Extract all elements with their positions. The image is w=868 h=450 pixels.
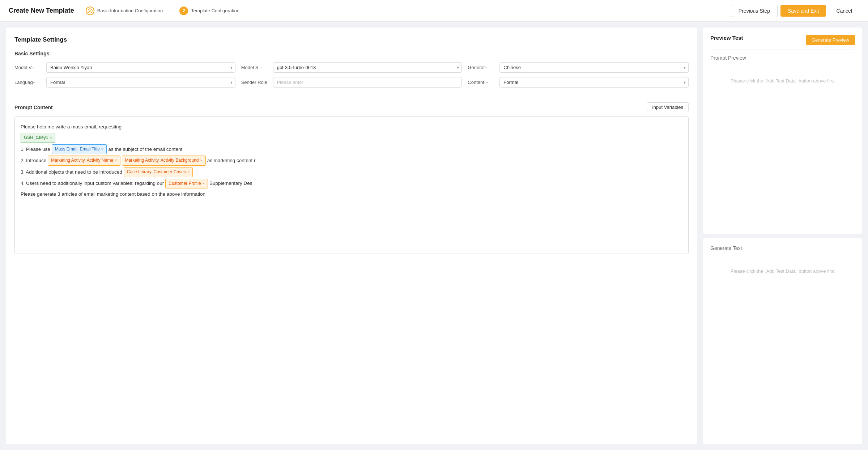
basic-settings-form: Model V··· Baidu Wenxin Yiyan Model S···…	[14, 62, 689, 88]
template-settings-title: Template Settings	[14, 36, 689, 43]
prompt-num-1: 1. Please use	[21, 145, 50, 154]
prompt-num-4: 4. Users need to additionally input cust…	[21, 179, 164, 188]
tag-customer-cases-close[interactable]: ×	[187, 169, 190, 176]
model-spec-field: Model S··· gpt-3.5-turbo-0613	[241, 62, 462, 73]
prompt-preview-empty: Please click the "Add Test Data" button …	[710, 64, 855, 98]
basic-settings-title: Basic Settings	[14, 51, 689, 56]
prompt-text-3: as marketing content r	[207, 156, 256, 165]
save-exit-button[interactable]: Save and Exit	[780, 5, 826, 17]
steps-container: Basic Information Configuration · · · 2 …	[86, 7, 725, 15]
cancel-button[interactable]: Cancel	[829, 5, 859, 17]
generate-text-label: Generate Text	[710, 245, 855, 251]
gen-lang-label: Generat···	[468, 65, 497, 70]
left-panel: Template Settings Basic Settings Model V…	[6, 27, 697, 444]
preview-test-header: Preview Test Generate Preview	[710, 35, 855, 45]
sender-role-label: Sender Role	[241, 80, 270, 85]
prompt-preview-label: Prompt Preview	[710, 55, 855, 61]
gen-lang-field: Generat··· Chinese	[468, 62, 689, 73]
model-vendor-label: Model V···	[14, 65, 43, 70]
prompt-editor[interactable]: Please help me write a mass email, reque…	[14, 116, 689, 254]
prompt-line-2: 1. Please use Mass Email. Email Title × …	[21, 144, 682, 154]
tag-activity-bg[interactable]: Marketing Activity. Activity Background …	[122, 156, 206, 166]
top-nav: Create New Template Basic Information Co…	[0, 0, 868, 22]
tag-email-title[interactable]: Mass Email. Email Title ×	[52, 144, 107, 154]
content-tone-select-wrapper: Formal	[499, 77, 689, 88]
preview-test-section: Preview Test Generate Preview Prompt Pre…	[703, 27, 862, 234]
step-2-icon: 2	[179, 7, 188, 15]
prompt-text-2: as the subject of the email content	[108, 145, 182, 154]
generate-text-section: Generate Text Please click the "Add Test…	[703, 238, 862, 444]
prev-step-button[interactable]: Previous Step	[731, 5, 778, 17]
tag-customer-profile-close[interactable]: ×	[203, 180, 205, 187]
gen-lang-select-wrapper: Chinese	[499, 62, 689, 73]
tag-activity-name-close[interactable]: ×	[115, 157, 117, 164]
model-vendor-select[interactable]: Baidu Wenxin Yiyan	[46, 62, 235, 73]
generate-text-empty: Please click the "Add Test Data" button …	[710, 254, 855, 288]
step-divider: · · ·	[167, 8, 175, 14]
prompt-preview-area: Prompt Preview Please click the "Add Tes…	[710, 50, 855, 98]
prompt-text-5: Supplementary Des	[209, 179, 252, 188]
nav-actions: Previous Step Save and Exit Cancel	[731, 5, 859, 17]
tag-customer-profile[interactable]: Customer Profile ×	[165, 179, 208, 189]
sender-role-input[interactable]	[273, 77, 462, 88]
prompt-text-1: Please help me write a mass email, reque…	[21, 123, 122, 131]
model-spec-label: Model S···	[241, 65, 270, 70]
prompt-line-6: Please generate 3 articles of email mark…	[21, 190, 682, 199]
prompt-line-4: 3. Additional objects that need to be in…	[21, 167, 682, 177]
model-vendor-select-wrapper: Baidu Wenxin Yiyan	[46, 62, 235, 73]
gen-lang-select[interactable]: Chinese	[499, 62, 689, 73]
preview-test-title: Preview Test	[710, 35, 743, 41]
tag-customer-cases[interactable]: Case Library. Customer Cases ×	[124, 167, 193, 177]
tag-email-title-close[interactable]: ×	[101, 146, 103, 153]
tag-gsh-key1[interactable]: GSH_c.key1 ×	[21, 133, 55, 143]
input-variables-button[interactable]: Input Variables	[647, 102, 689, 112]
prompt-line-3: 2. Introduce Marketing Activity. Activit…	[21, 156, 682, 166]
content-tone-field: Content··· Formal	[468, 77, 689, 88]
prompt-content-title: Prompt Content	[14, 105, 53, 110]
language-select-wrapper: Formal	[46, 77, 235, 88]
step-1-icon	[86, 7, 94, 15]
prompt-num-2: 2. Introduce	[21, 156, 46, 165]
main-content: Template Settings Basic Settings Model V…	[0, 22, 868, 450]
tag-activity-bg-close[interactable]: ×	[200, 157, 202, 164]
prompt-text-6: Please generate 3 articles of email mark…	[21, 190, 205, 199]
sender-role-field: Sender Role	[241, 77, 462, 88]
prompt-line-5: 4. Users need to additionally input cust…	[21, 179, 682, 189]
page-title: Create New Template	[9, 7, 74, 14]
right-panel: Preview Test Generate Preview Prompt Pre…	[703, 27, 862, 444]
step-2-label: Template Configuration	[191, 8, 239, 13]
prompt-num-3: 3. Additional objects that need to be in…	[21, 168, 122, 177]
section-divider	[14, 95, 689, 95]
model-vendor-field: Model V··· Baidu Wenxin Yiyan	[14, 62, 235, 73]
tag-activity-name[interactable]: Marketing Activity. Activity Name ×	[48, 156, 120, 166]
step-1: Basic Information Configuration	[86, 7, 163, 15]
language-field: Languag··· Formal	[14, 77, 235, 88]
step-1-label: Basic Information Configuration	[97, 8, 163, 13]
generate-preview-button[interactable]: Generate Preview	[806, 35, 855, 45]
content-tone-select[interactable]: Formal	[499, 77, 689, 88]
prompt-header: Prompt Content Input Variables	[14, 102, 689, 112]
model-spec-select[interactable]: gpt-3.5-turbo-0613	[273, 62, 462, 73]
tag-gsh-key1-close[interactable]: ×	[50, 134, 52, 141]
content-tone-label: Content···	[468, 80, 497, 85]
step-2: 2 Template Configuration	[179, 7, 239, 15]
model-spec-select-wrapper: gpt-3.5-turbo-0613	[273, 62, 462, 73]
language-select[interactable]: Formal	[46, 77, 235, 88]
language-label: Languag···	[14, 80, 43, 85]
prompt-line-tag1: GSH_c.key1 ×	[21, 133, 682, 143]
prompt-line-1: Please help me write a mass email, reque…	[21, 123, 682, 131]
